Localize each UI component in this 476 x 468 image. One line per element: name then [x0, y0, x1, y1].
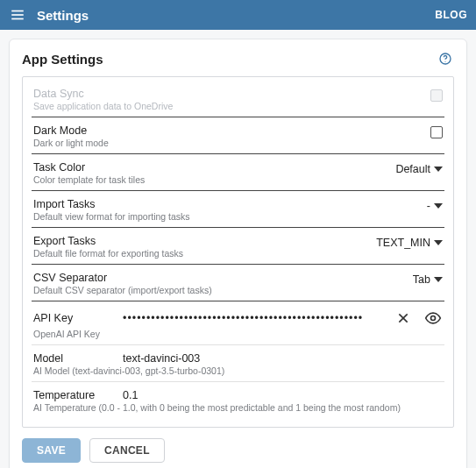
eye-icon	[424, 309, 442, 327]
toggle-visibility-button[interactable]	[423, 308, 443, 328]
import-tasks-sub: Default view format for importing tasks	[33, 211, 418, 222]
export-tasks-value: TEXT_MIN	[376, 237, 430, 249]
export-tasks-label: Export Tasks	[33, 235, 367, 247]
settings-card: App Settings Data Sync Save application …	[9, 39, 467, 468]
blog-link[interactable]: BLOG	[435, 9, 467, 21]
save-button[interactable]: SAVE	[22, 438, 81, 463]
chevron-down-icon	[434, 275, 443, 284]
data-sync-label: Data Sync	[33, 88, 422, 100]
api-key-label: API Key	[33, 312, 110, 324]
setting-import-tasks: Import Tasks Default view format for imp…	[32, 191, 444, 228]
setting-dark-mode: Dark Mode Dark or light mode	[32, 117, 444, 154]
setting-api-key: API Key ••••••••••••••••••••••••••••••••…	[32, 301, 444, 345]
svg-point-4	[444, 61, 445, 62]
chevron-down-icon	[434, 238, 443, 247]
card-title: App Settings	[22, 52, 103, 67]
clear-api-key-button[interactable]	[394, 308, 413, 328]
setting-export-tasks: Export Tasks Default file format for exp…	[32, 228, 444, 265]
export-tasks-sub: Default file format for exporting tasks	[33, 248, 367, 259]
temperature-sub: AI Temperature (0.0 - 1.0, with 0 being …	[33, 402, 443, 413]
temperature-label: Temperature	[33, 389, 110, 401]
model-value[interactable]: text-davinci-003	[123, 352, 443, 365]
import-tasks-label: Import Tasks	[33, 198, 418, 210]
cancel-button[interactable]: CANCEL	[89, 438, 165, 463]
data-sync-checkbox	[430, 89, 443, 102]
setting-task-color: Task Color Color template for task tiles…	[32, 154, 444, 191]
model-sub: AI Model (text-davinci-003, gpt-3.5-turb…	[33, 365, 443, 376]
setting-data-sync: Data Sync Save application data to OneDr…	[32, 81, 444, 117]
setting-temperature: Temperature 0.1 AI Temperature (0.0 - 1.…	[32, 382, 444, 418]
svg-point-7	[431, 316, 436, 321]
dark-mode-label: Dark Mode	[33, 124, 422, 137]
dark-mode-sub: Dark or light mode	[33, 138, 422, 148]
csv-separator-label: CSV Separator	[33, 272, 404, 284]
chevron-down-icon	[434, 165, 443, 174]
api-key-sub: OpenAI API Key	[33, 329, 443, 339]
action-buttons: SAVE CANCEL	[22, 438, 454, 463]
settings-panel: Data Sync Save application data to OneDr…	[22, 76, 454, 428]
menu-icon[interactable]	[9, 6, 26, 24]
help-icon[interactable]	[437, 50, 454, 67]
card-header: App Settings	[22, 50, 454, 67]
api-key-value[interactable]: ••••••••••••••••••••••••••••••••••••••••…	[123, 312, 381, 324]
setting-model: Model text-davinci-003 AI Model (text-da…	[32, 345, 444, 382]
task-color-sub: Color template for task tiles	[33, 174, 387, 185]
dark-mode-checkbox[interactable]	[430, 126, 443, 138]
app-toolbar: Settings BLOG	[0, 0, 476, 30]
model-label: Model	[33, 352, 110, 365]
import-tasks-value: -	[427, 200, 430, 212]
task-color-value: Default	[395, 163, 430, 175]
temperature-value[interactable]: 0.1	[123, 389, 443, 401]
task-color-dropdown[interactable]: Default	[395, 163, 443, 175]
close-icon	[396, 311, 410, 325]
toolbar-title: Settings	[37, 8, 89, 23]
import-tasks-dropdown[interactable]: -	[427, 200, 443, 212]
csv-separator-value: Tab	[413, 273, 430, 286]
chevron-down-icon	[434, 202, 443, 210]
csv-separator-dropdown[interactable]: Tab	[413, 273, 443, 286]
task-color-label: Task Color	[33, 161, 387, 174]
export-tasks-dropdown[interactable]: TEXT_MIN	[376, 237, 443, 249]
csv-separator-sub: Default CSV separator (import/export tas…	[33, 285, 404, 295]
data-sync-sub: Save application data to OneDrive	[33, 101, 422, 111]
setting-csv-separator: CSV Separator Default CSV separator (imp…	[32, 265, 444, 301]
